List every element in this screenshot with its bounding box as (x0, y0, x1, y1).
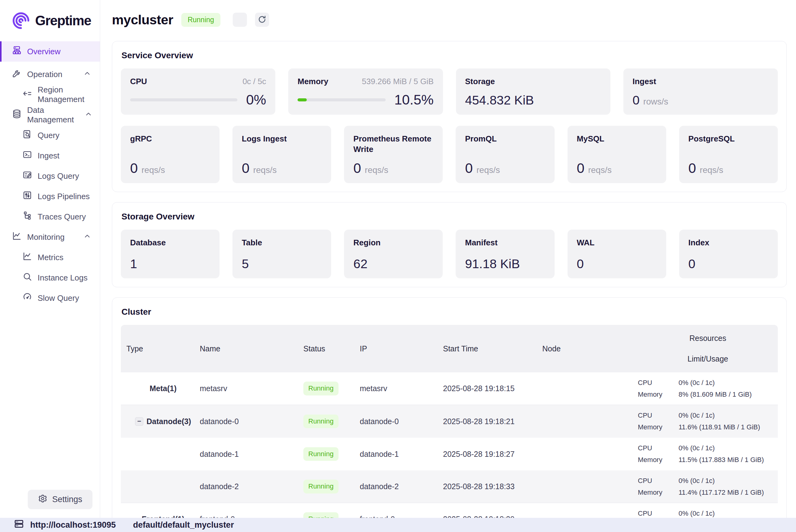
protocol-unit: reqs/s (700, 165, 723, 175)
sidebar-group-label: Operation (27, 70, 62, 79)
row-start-time: 2025-08-28 19:18:21 (443, 417, 542, 426)
status-badge: Running (303, 480, 339, 493)
wrench-icon (12, 68, 22, 80)
row-ip: frontend-0 (360, 515, 443, 518)
row-resources: CPU 0% (0c / 1c) Memory 8% (81.609 MiB /… (638, 379, 778, 399)
row-name: datanode-2 (200, 482, 303, 491)
sidebar-item-label: Traces Query (38, 212, 86, 222)
row-cpu-usage: 0% (0c / 1c) (679, 379, 778, 387)
gauge-icon (22, 292, 32, 304)
storage-stat-label: Index (688, 238, 769, 248)
memory-detail: 539.266 MiB / 5 GiB (362, 77, 434, 86)
row-ip: datanode-1 (360, 450, 443, 459)
storage-stat-label: Database (130, 238, 210, 248)
storage-card-wal: WAL 0 (568, 230, 666, 278)
row-name: datanode-1 (200, 450, 303, 459)
row-name: frontend-0 (200, 515, 303, 518)
status-badge: Running (303, 447, 339, 461)
sliders-icon (22, 190, 32, 203)
sidebar-item-overview[interactable]: Overview (0, 41, 100, 62)
metrics-chart-icon (22, 251, 32, 264)
storage-stat-value: 62 (353, 258, 433, 270)
table-row-datanode-1: datanode-1 Running datanode-1 2025-08-28… (121, 438, 778, 470)
row-ip: datanode-0 (360, 417, 443, 426)
sidebar-item-label: Metrics (38, 253, 63, 262)
memory-progress-fill (298, 98, 307, 101)
page-header: mycluster Running (112, 8, 787, 31)
col-resources-label: Resources (638, 334, 778, 343)
protocol-label: MySQL (577, 134, 657, 144)
protocol-value: 0 (242, 161, 249, 175)
protocol-label: PromQL (465, 134, 545, 144)
protocol-unit: reqs/s (477, 165, 500, 175)
col-type: Type (121, 344, 200, 353)
memory-label: Memory (298, 76, 328, 87)
storage-stat-value: 1 (130, 258, 210, 270)
chevron-up-icon[interactable] (83, 69, 91, 79)
row-name: metasrv (200, 384, 303, 393)
server-stack-icon (14, 519, 24, 531)
sidebar-group-label: Monitoring (27, 232, 64, 242)
cpu-detail: 0c / 5c (243, 77, 266, 86)
sidebar-item-slow-query[interactable]: Slow Query (0, 288, 100, 308)
sidebar-item-label: Logs Pipelines (38, 192, 90, 201)
storage-stat-label: Table (242, 238, 322, 248)
sidebar-group-data-management[interactable]: Data Management (0, 105, 100, 125)
memory-card: Memory 539.266 MiB / 5 GiB 10.5% (288, 69, 443, 115)
cpu-percent: 0% (246, 93, 266, 107)
status-badge: Running (303, 382, 339, 395)
storage-stat-value: 0 (688, 258, 769, 270)
protocol-card-prometheus-remote-write: Prometheus Remote Write 0 reqs/s (344, 126, 443, 183)
sidebar-item-region-management[interactable]: Region Management (0, 84, 100, 105)
row-memory-usage: 8% (81.609 MiB / 1 GiB) (679, 391, 778, 399)
protocol-unit: reqs/s (253, 165, 277, 175)
sidebar-item-instance-logs[interactable]: Instance Logs (0, 268, 100, 288)
server-url: http://localhost:19095 (30, 520, 116, 530)
cluster-table: Type Name Status IP Start Time Node Reso… (121, 325, 778, 518)
settings-button[interactable]: Settings (28, 490, 93, 509)
row-resources: CPU 0% (0c / 1c) Memory 11.5% (117.883 M… (638, 444, 778, 464)
sidebar-item-traces-query[interactable]: Traces Query (0, 207, 100, 227)
sidebar-group-monitoring[interactable]: Monitoring (0, 227, 100, 247)
chevron-up-icon[interactable] (83, 232, 91, 242)
protocol-value: 0 (130, 161, 138, 175)
greptime-logo-icon (11, 11, 31, 31)
table-header: Type Name Status IP Start Time Node Reso… (121, 325, 778, 372)
sidebar-nav: Overview Operation (0, 41, 100, 518)
sidebar-group-operation[interactable]: Operation (0, 64, 100, 84)
chevron-up-icon[interactable] (84, 110, 93, 120)
collapse-toggle[interactable]: − (135, 417, 143, 426)
sidebar-item-label: Logs Query (38, 171, 79, 181)
col-node: Node (542, 344, 638, 353)
protocol-value: 0 (353, 161, 361, 175)
header-action-button[interactable] (233, 13, 247, 27)
row-ip: datanode-2 (360, 482, 443, 491)
storage-label: Storage (465, 76, 495, 87)
ingest-card: Ingest 0 rows/s (623, 69, 778, 115)
refresh-icon (258, 15, 267, 25)
col-start-time: Start Time (443, 344, 542, 353)
protocol-label: Prometheus Remote Write (353, 134, 433, 155)
memory-progress-bar (298, 98, 386, 101)
row-resources: CPU 0% (0c / 1c) Memory 11.4% (117.172 M… (638, 477, 778, 497)
sidebar-item-label: Slow Query (38, 293, 79, 303)
section-title: Service Overview (121, 51, 778, 60)
sidebar-group-label: Data Management (27, 106, 74, 125)
sidebar-item-logs-pipelines[interactable]: Logs Pipelines (0, 186, 100, 207)
storage-overview-section: Storage Overview Database 1 Table 5 Regi… (112, 202, 787, 287)
table-row-frontend-0: Frontend(1) frontend-0 Running frontend-… (121, 503, 778, 518)
storage-stat-value: 91.18 KiB (465, 258, 545, 270)
storage-stat-value: 0 (577, 258, 657, 270)
row-start-time: 2025-08-28 19:18:27 (443, 450, 542, 459)
brand-logo[interactable]: Greptime (0, 0, 100, 35)
sidebar-item-query[interactable]: Query (0, 125, 100, 146)
sidebar-item-ingest[interactable]: Ingest (0, 146, 100, 166)
protocol-unit: reqs/s (141, 165, 165, 175)
protocol-card-mysql: MySQL 0 reqs/s (568, 126, 666, 183)
ingest-label: Ingest (632, 76, 656, 87)
refresh-button[interactable] (255, 13, 269, 27)
sidebar-item-metrics[interactable]: Metrics (0, 247, 100, 268)
row-memory-usage: 11.4% (117.172 MiB / 1 GiB) (679, 489, 778, 497)
sidebar-item-logs-query[interactable]: Logs Query (0, 166, 100, 186)
protocol-grid: gRPC 0 reqs/s Logs Ingest 0 reqs/s (121, 126, 778, 183)
